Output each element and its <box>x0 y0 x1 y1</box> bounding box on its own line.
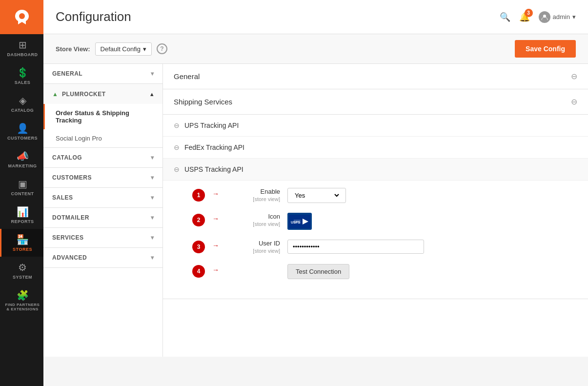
right-panel: General ⊖ Shipping Services ⊖ ⊖ UPS Trac… <box>163 64 588 357</box>
sidebar-item-label: CATALOG <box>11 108 34 113</box>
sales-label: SALES <box>52 194 73 201</box>
help-icon[interactable]: ? <box>157 43 167 54</box>
sidebar-item-reports[interactable]: 📊 REPORTS <box>0 201 43 229</box>
dotmailer-section-header[interactable]: DOTMAILER ▾ <box>43 208 162 227</box>
collapse-usps-icon: ⊖ <box>174 165 180 173</box>
icon-label: Icon <box>226 213 280 220</box>
sidebar-item-stores[interactable]: 🏪 STORES <box>0 229 43 257</box>
notification-button[interactable]: 🔔 3 <box>519 12 530 22</box>
step-4-badge: 4 <box>192 265 205 278</box>
userid-control <box>287 240 577 254</box>
sidebar-item-label: SYSTEM <box>13 275 32 280</box>
ups-api-title: UPS Tracking API <box>184 122 239 129</box>
step-3-badge: 3 <box>192 241 205 253</box>
panel-section-plumrocket: ▲ PLUMROCKET ▴ Order Status & Shipping T… <box>43 84 162 148</box>
sidebar: ⊞ DASHBOARD 💲 SALES ◈ CATALOG 👤 CUSTOMER… <box>0 0 43 386</box>
sidebar-item-label: REPORTS <box>11 219 34 224</box>
chevron-up-icon: ▴ <box>150 90 154 98</box>
sidebar-item-label: SALES <box>15 80 31 85</box>
step-2-badge: 2 <box>192 214 205 226</box>
sales-section-header[interactable]: SALES ▾ <box>43 188 162 207</box>
chevron-down-icon: ▾ <box>151 254 154 261</box>
avatar <box>539 11 550 23</box>
step-1-badge: 1 <box>192 189 205 202</box>
plumrocket-icon: ▲ <box>52 91 58 98</box>
extensions-icon: 🧩 <box>17 289 29 301</box>
shipping-section-row[interactable]: Shipping Services ⊖ <box>163 89 588 115</box>
system-icon: ⚙ <box>18 262 27 273</box>
svg-point-0 <box>19 13 25 19</box>
ups-api-row[interactable]: ⊖ UPS Tracking API <box>163 115 588 137</box>
general-label: GENERAL <box>52 70 82 77</box>
plumrocket-section-header[interactable]: ▲ PLUMROCKET ▴ <box>43 84 162 104</box>
search-button[interactable]: 🔍 <box>500 12 510 22</box>
icon-label-group: Icon [store view] <box>226 213 280 227</box>
usps-logo: USPS <box>287 213 312 230</box>
general-section-row[interactable]: General ⊖ <box>163 64 588 89</box>
top-header: Configuration 🔍 🔔 3 admin ▾ <box>43 0 588 34</box>
store-view-select[interactable]: Default Config ▾ <box>95 42 152 56</box>
panel-section-general: GENERAL ▾ <box>43 64 162 84</box>
left-panel: GENERAL ▾ ▲ PLUMROCKET ▴ <box>43 64 163 357</box>
enable-select[interactable]: Yes No <box>293 191 341 200</box>
sidebar-item-find-partners[interactable]: 🧩 FIND PARTNERS & EXTENSIONS <box>0 284 43 316</box>
field-row-icon: 2 → Icon [store view] <box>192 213 577 230</box>
svg-rect-4 <box>294 220 301 223</box>
enable-select-wrapper[interactable]: Yes No <box>287 188 346 203</box>
services-section-header[interactable]: SERVICES ▾ <box>43 228 162 247</box>
dashboard-icon: ⊞ <box>19 39 27 51</box>
logo <box>0 0 43 34</box>
step-4-arrow: → <box>212 266 219 274</box>
test-connection-button[interactable]: Test Connection <box>287 264 349 279</box>
step-3-arrow: → <box>212 242 219 249</box>
panel-section-sales: SALES ▾ <box>43 188 162 208</box>
panel-section-advanced: ADVANCED ▾ <box>43 248 162 268</box>
chevron-down-icon: ▾ <box>151 234 154 241</box>
sidebar-item-content[interactable]: ▣ CONTENT <box>0 173 43 201</box>
sidebar-item-system[interactable]: ⚙ SYSTEM <box>0 257 43 284</box>
advanced-section-header[interactable]: ADVANCED ▾ <box>43 248 162 267</box>
advanced-label: ADVANCED <box>52 254 87 261</box>
marketing-icon: 📣 <box>17 150 29 162</box>
general-section-title: General <box>174 72 200 81</box>
usps-section: ⊖ USPS Tracking API 1 → Enabl <box>163 159 588 299</box>
fedex-api-title: FedEx Tracking API <box>184 143 244 151</box>
catalog-section-header[interactable]: CATALOG ▾ <box>43 148 162 167</box>
customers-section-header[interactable]: CUSTOMERS ▾ <box>43 168 162 187</box>
sidebar-item-catalog[interactable]: ◈ CATALOG <box>0 90 43 118</box>
shipping-services-content: ⊖ UPS Tracking API ⊖ FedEx Tracking API … <box>163 115 588 299</box>
panel-sub-item-order-status[interactable]: Order Status & Shipping Tracking <box>43 104 162 129</box>
shipping-section-title: Shipping Services <box>174 98 232 106</box>
services-label: SERVICES <box>52 234 83 241</box>
enable-label-group: Enable [store view] <box>226 188 280 203</box>
collapse-general-button[interactable]: ⊖ <box>571 72 577 81</box>
inner-layout: GENERAL ▾ ▲ PLUMROCKET ▴ <box>43 64 588 357</box>
field-row-enable: 1 → Enable [store view] <box>192 188 577 203</box>
chevron-down-icon: ▾ <box>151 214 154 221</box>
general-section-header[interactable]: GENERAL ▾ <box>43 64 162 83</box>
icon-control: USPS <box>287 213 577 230</box>
fedex-api-row[interactable]: ⊖ FedEx Tracking API <box>163 137 588 159</box>
plumrocket-label: PLUMROCKET <box>62 91 106 98</box>
userid-label-group: User ID [store view] <box>226 240 280 254</box>
catalog-icon: ◈ <box>19 95 26 106</box>
enable-control: Yes No <box>287 188 577 203</box>
save-config-button[interactable]: Save Config <box>515 40 576 58</box>
plumrocket-left: ▲ PLUMROCKET <box>52 91 106 98</box>
sidebar-item-dashboard[interactable]: ⊞ DASHBOARD <box>0 34 43 62</box>
plumrocket-sub-items: Order Status & Shipping Tracking Social … <box>43 104 162 147</box>
customers-label: CUSTOMERS <box>52 174 92 181</box>
sidebar-item-sales[interactable]: 💲 SALES <box>0 62 43 90</box>
sidebar-item-customers[interactable]: 👤 CUSTOMERS <box>0 118 43 145</box>
admin-menu[interactable]: admin ▾ <box>539 11 576 23</box>
step-2-arrow: → <box>212 215 219 223</box>
panel-sub-item-social-login[interactable]: Social Login Pro <box>43 129 162 147</box>
store-view-value: Default Config <box>101 45 141 53</box>
userid-input[interactable] <box>287 240 424 254</box>
chevron-down-icon: ▾ <box>151 194 154 201</box>
dotmailer-label: DOTMAILER <box>52 214 89 221</box>
usps-api-row[interactable]: ⊖ USPS Tracking API <box>163 159 588 181</box>
collapse-shipping-button[interactable]: ⊖ <box>571 97 577 106</box>
sidebar-item-marketing[interactable]: 📣 MARKETING <box>0 145 43 173</box>
step-1-arrow: → <box>212 190 219 198</box>
